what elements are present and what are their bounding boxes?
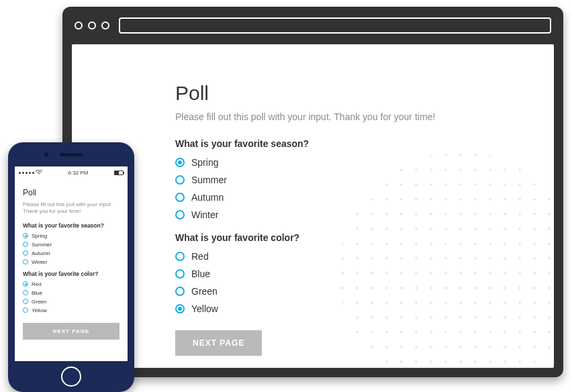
option-label: Spring [191, 157, 218, 168]
signal-dot-icon [29, 172, 31, 174]
radio-option[interactable]: Summer [23, 242, 120, 248]
radio-option[interactable]: Yellow [175, 303, 554, 314]
window-control-dot-icon[interactable] [88, 21, 96, 30]
next-page-button[interactable]: NEXT PAGE [175, 330, 262, 356]
question-text: What is your favorite color? [23, 271, 120, 277]
radio-option[interactable]: Red [23, 281, 120, 287]
radio-icon [23, 242, 28, 247]
option-label: Autumn [32, 250, 50, 256]
radio-icon [175, 158, 185, 167]
wifi-icon [36, 170, 42, 175]
option-label: Autumn [191, 192, 224, 203]
poll-form-mobile: Poll Please fill out this poll with your… [15, 179, 128, 348]
option-label: Winter [191, 209, 218, 220]
signal-dot-icon [26, 172, 28, 174]
option-label: Yellow [32, 307, 47, 313]
browser-titlebar [62, 7, 563, 44]
radio-icon [23, 259, 28, 264]
radio-icon [175, 210, 185, 219]
window-control-dot-icon[interactable] [101, 21, 109, 30]
signal-dot-icon [32, 172, 34, 174]
radio-icon [175, 175, 185, 185]
option-label: Winter [32, 259, 47, 265]
option-label: Red [191, 251, 209, 262]
signal-dot-icon [19, 172, 21, 174]
signal-dot-icon [22, 172, 24, 174]
radio-option[interactable]: Spring [23, 233, 120, 239]
browser-window: Poll Please fill out this poll with your… [62, 7, 563, 377]
radio-icon [175, 193, 185, 202]
battery-icon [114, 170, 124, 175]
status-left [19, 170, 42, 175]
question-text: What is your favorite season? [175, 138, 554, 149]
radio-option[interactable]: Spring [175, 157, 554, 168]
browser-viewport: Poll Please fill out this poll with your… [72, 44, 554, 368]
window-control-dot-icon[interactable] [75, 21, 83, 30]
page-subtitle: Please fill out this poll with your inpu… [23, 201, 120, 215]
radio-icon [23, 307, 28, 313]
status-time: 6:32 PM [68, 170, 89, 176]
page-subtitle: Please fill out this poll with your inpu… [175, 111, 554, 122]
radio-option[interactable]: Autumn [175, 192, 554, 203]
status-right [114, 170, 124, 175]
status-bar: 6:32 PM [15, 166, 128, 179]
radio-icon [23, 281, 28, 287]
radio-icon [23, 299, 28, 304]
option-label: Green [191, 286, 218, 297]
radio-option[interactable]: Yellow [23, 307, 120, 313]
next-page-button[interactable]: NEXT PAGE [23, 323, 120, 340]
radio-option[interactable]: Blue [23, 290, 120, 296]
speaker-icon [60, 153, 83, 156]
option-label: Summer [191, 175, 227, 185]
radio-option[interactable]: Blue [175, 268, 554, 279]
question-text: What is your favorite color? [175, 232, 554, 243]
window-controls [75, 21, 109, 30]
radio-icon [175, 252, 185, 261]
radio-icon [175, 269, 185, 279]
camera-icon [44, 152, 48, 156]
radio-option[interactable]: Green [23, 299, 120, 305]
phone-screen: 6:32 PM Poll Please fill out this poll w… [15, 166, 128, 361]
radio-option[interactable]: Green [175, 286, 554, 297]
radio-option[interactable]: Winter [175, 209, 554, 220]
radio-option[interactable]: Red [175, 251, 554, 262]
question-text: What is your favorite season? [23, 222, 120, 229]
home-button[interactable] [61, 366, 81, 387]
phone-mockup: 6:32 PM Poll Please fill out this poll w… [8, 142, 134, 392]
radio-option[interactable]: Winter [23, 259, 120, 265]
radio-option[interactable]: Autumn [23, 250, 120, 256]
poll-form: Poll Please fill out this poll with your… [175, 82, 554, 356]
option-label: Blue [32, 290, 42, 296]
page-title: Poll [175, 82, 554, 105]
url-bar[interactable] [119, 17, 551, 34]
phone-top [8, 142, 134, 166]
option-label: Green [32, 299, 46, 305]
option-label: Spring [32, 233, 47, 239]
radio-icon [175, 287, 185, 296]
radio-icon [175, 304, 185, 313]
radio-icon [23, 250, 28, 256]
option-label: Red [32, 281, 42, 287]
radio-icon [23, 290, 28, 295]
page-title: Poll [23, 188, 120, 197]
option-label: Summer [32, 242, 52, 248]
radio-option[interactable]: Summer [175, 175, 554, 185]
radio-icon [23, 233, 28, 238]
option-label: Blue [191, 268, 210, 279]
option-label: Yellow [191, 303, 218, 314]
